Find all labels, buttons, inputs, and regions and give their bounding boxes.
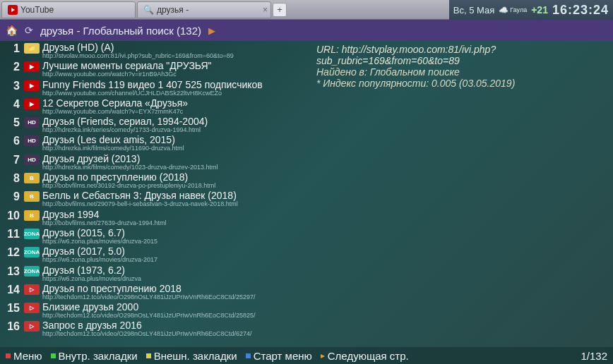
row-url: http://www.youtube.com/watch?v=EYX7zmmK4…: [42, 109, 188, 115]
youtube-icon: [8, 5, 18, 15]
row-number: 8: [3, 172, 20, 184]
zona-icon: ZONA: [24, 247, 40, 257]
weather-widget: ☁️ Гаула: [499, 6, 527, 15]
cloud-icon: ☁️: [499, 6, 508, 15]
row-title: Друзья (2017, 5.0): [42, 246, 157, 256]
row-title: Друзья (1973, 6.2): [42, 265, 141, 275]
add-tab-button[interactable]: +: [273, 3, 287, 17]
row-url: http://hdrezka.ink/films/comedy/11690-dr…: [42, 145, 184, 152]
search-icon: 🔍: [143, 5, 154, 15]
footer-next-page[interactable]: ▸Следующая стр.: [321, 350, 409, 362]
tech-icon: ▷: [24, 284, 40, 295]
row-number: 5: [3, 116, 20, 128]
footer-inner-bookmarks[interactable]: Внутр. закладки: [51, 350, 138, 362]
tab-youtube[interactable]: YouTube: [1, 1, 136, 18]
refresh-icon[interactable]: ⟳: [25, 25, 33, 36]
row-number: 15: [3, 302, 20, 314]
footer-bar: Меню Внутр. закладки Внешн. закладки Ста…: [0, 347, 613, 364]
yellow-dot-icon: [146, 353, 151, 358]
row-title: Друзья друзей (2013): [42, 154, 218, 164]
list-item[interactable]: 6 HD Друзья (Les deux amis, 2015) http:/…: [3, 135, 304, 153]
list-item[interactable]: 2 ▶ Лучшие моменты сериала "ДРУЗЬЯ" http…: [3, 61, 304, 79]
list-item[interactable]: 12 ZONA Друзья (2017, 5.0) https://w6.zo…: [3, 246, 304, 265]
list-item[interactable]: 5 HD Друзья (Friends, сериал, 1994-2004)…: [3, 116, 304, 135]
tech-icon: ▷: [24, 321, 40, 332]
row-number: 13: [3, 265, 20, 277]
row-title: Друзья (HD) (A): [42, 42, 234, 52]
row-title: Funny Friends 119 видео 1 407 525 подпис…: [42, 80, 263, 90]
hdrezka-icon: HD: [24, 135, 40, 146]
details-panel: URL: http://stvplay.mooo.com:81/ivi.php?…: [304, 41, 613, 347]
row-title: Друзья по преступлению 2018: [42, 284, 256, 293]
list-item[interactable]: 4 ▶ 12 Секретов Сериала «Друзья» http://…: [3, 98, 304, 116]
row-url: http://techdom12.tco/video/O298nOsLY481i…: [42, 331, 252, 337]
list-item[interactable]: 11 ZONA Друзья (2015, 6.7) https://w6.zo…: [3, 228, 304, 246]
arrow-right-icon: ▸: [321, 351, 325, 360]
weather-temp: +21: [531, 4, 548, 16]
row-url: http://bobvfilms.net/27639-druzva-1994.h…: [42, 220, 167, 226]
youtube-icon: ▶: [24, 80, 40, 91]
zona-icon: ZONA: [24, 266, 40, 277]
row-url: https://w6.zona.plus/movies/druzva-2017: [42, 257, 157, 263]
youtube-icon: ▶: [24, 99, 40, 109]
row-title: Друзья (Friends, сериал, 1994-2004): [42, 116, 208, 126]
row-number: 11: [3, 228, 20, 240]
weather-location: Гаула: [510, 7, 527, 13]
footer-menu[interactable]: Меню: [6, 350, 42, 362]
list-item[interactable]: 3 ▶ Funny Friends 119 видео 1 407 525 по…: [3, 80, 304, 98]
hdrezka-icon: HD: [24, 117, 40, 128]
folder-icon: 📁: [24, 43, 40, 54]
row-url: http://stvolav.mooo.com:81/ivi.php?sub_r…: [42, 53, 234, 59]
list-item[interactable]: 9 B Белль и Себастьян 3: Друзья навек (2…: [3, 190, 304, 209]
row-title: Лучшие моменты сериала "ДРУЗЬЯ": [42, 61, 211, 71]
detail-index: * Индекс популярности: 0.005 (03.05.2019…: [316, 78, 609, 89]
row-number: 9: [3, 190, 20, 202]
blue-dot-icon: [246, 353, 251, 358]
row-title: Друзья (Les deux amis, 2015): [42, 135, 184, 145]
row-number: 2: [3, 61, 20, 73]
row-url: http://hdrezka.ink/series/comedy/1733-dr…: [42, 127, 208, 133]
green-dot-icon: [51, 353, 56, 358]
list-item[interactable]: 16 ▷ Запрос в друзья 2016 http://techdom…: [3, 320, 304, 339]
row-number: 7: [3, 154, 20, 166]
row-number: 14: [3, 284, 20, 296]
hdrezka-icon: HD: [24, 154, 40, 165]
footer-start-menu[interactable]: Старт меню: [246, 350, 312, 362]
row-url: http://www.youtube.com/channel/UCJHLDABS…: [42, 90, 263, 97]
bobfilms-icon: B: [24, 191, 40, 202]
row-number: 12: [3, 246, 20, 258]
page-indicator: 1/132: [581, 350, 607, 362]
footer-outer-bookmarks[interactable]: Внешн. закладки: [146, 350, 237, 362]
row-number: 6: [3, 135, 20, 147]
row-url: http://bobvfilms.net/29079-bell-i-sebast…: [42, 201, 238, 207]
list-item[interactable]: 8 B Друзья по преступлению (2018) http:/…: [3, 172, 304, 190]
list-item[interactable]: 14 ▷ Друзья по преступлению 2018 http://…: [3, 284, 304, 302]
tab-search[interactable]: 🔍 друзья - ×: [137, 1, 271, 18]
header-bar: 🏠 ⟳ друзья - Глобальный поиск (132) ▶: [0, 20, 613, 41]
row-title: Друзья 1994: [42, 210, 167, 219]
row-number: 1: [3, 42, 20, 54]
bobfilms-icon: B: [24, 173, 40, 183]
row-title: Друзья по преступлению (2018): [42, 172, 215, 182]
detail-found: Найдено в: Глобальном поиске: [316, 66, 609, 78]
clock-time: 16:23:24: [552, 3, 609, 18]
row-title: 12 Секретов Сериала «Друзья»: [42, 98, 188, 108]
list-item[interactable]: 1 📁 Друзья (HD) (A) http://stvolav.mooo.…: [3, 42, 304, 61]
row-url: http://bobvfilms.net/30192-druzva-po-pre…: [42, 183, 215, 189]
row-url: https://w6.zona.plus/movies/druzva: [42, 276, 141, 282]
list-item[interactable]: 13 ZONA Друзья (1973, 6.2) https://w6.zo…: [3, 265, 304, 284]
youtube-icon: ▶: [24, 61, 40, 72]
chevron-right-icon[interactable]: ▶: [208, 25, 215, 36]
row-title: Запрос в друзья 2016: [42, 320, 252, 330]
clock-area: Вс, 5 Мая ☁️ Гаула +21 16:23:24: [449, 0, 613, 20]
list-item[interactable]: 7 HD Друзья друзей (2013) http://hdrezka…: [3, 154, 304, 172]
list-item[interactable]: 15 ▷ Близкие друзья 2000 http://techdom1…: [3, 302, 304, 320]
bobfilms-icon: B: [24, 210, 40, 221]
list-item[interactable]: 10 B Друзья 1994 http://bobvfilms.net/27…: [3, 210, 304, 228]
row-url: http://techdom12.tco/video/O298nOsLY481i…: [42, 294, 256, 301]
row-number: 4: [3, 98, 20, 110]
home-icon[interactable]: 🏠: [6, 25, 18, 36]
page-title: друзья - Глобальный поиск (132): [40, 25, 201, 37]
close-icon[interactable]: ×: [263, 5, 268, 15]
row-number: 10: [3, 210, 20, 222]
